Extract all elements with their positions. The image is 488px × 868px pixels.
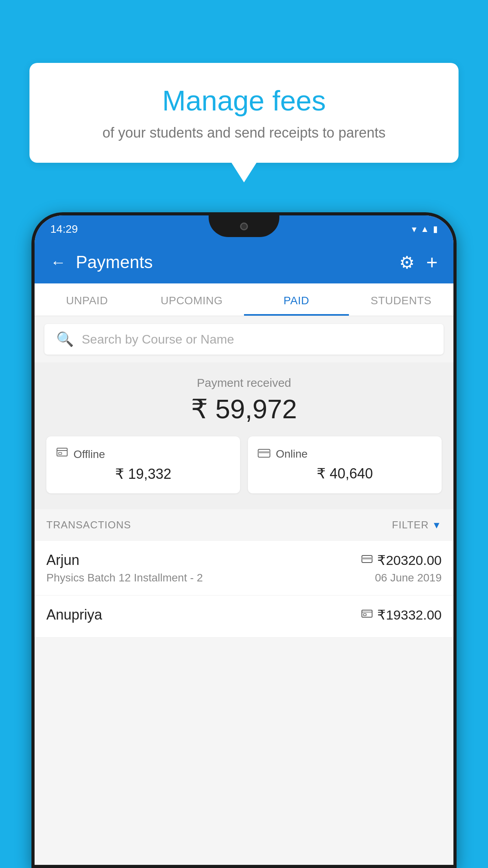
app-header: ← Payments ⚙ +: [35, 243, 453, 283]
transaction-bottom: Physics Batch 12 Installment - 2 06 June…: [46, 572, 442, 584]
payment-summary: Payment received ₹ 59,972: [35, 362, 453, 509]
offline-amount: ₹ 19,332: [56, 466, 230, 482]
phone-inner: 14:29 ▾ ▲ ▮ ← Payments: [35, 215, 453, 865]
card-payment-icon: [361, 554, 372, 566]
transaction-row[interactable]: Anupriya ₹19332.00: [35, 596, 453, 638]
tab-students[interactable]: STUDENTS: [349, 283, 454, 316]
transaction-amount: ₹19332.00: [377, 607, 442, 623]
header-right: ⚙ +: [399, 251, 438, 274]
svg-rect-9: [363, 614, 366, 616]
svg-rect-2: [59, 452, 62, 454]
transaction-name: Arjun: [46, 552, 79, 568]
tab-unpaid[interactable]: UNPAID: [35, 283, 139, 316]
offline-icon: [56, 447, 68, 461]
online-icon: [258, 447, 270, 461]
payment-cards: Offline ₹ 19,332: [46, 436, 442, 493]
wifi-icon: ▾: [412, 224, 416, 235]
speech-bubble-container: Manage fees of your students and send re…: [29, 63, 459, 163]
offline-card-header: Offline: [56, 447, 230, 461]
page-title: Payments: [76, 252, 153, 272]
offline-label: Offline: [73, 448, 105, 461]
bubble-subtitle: of your students and send receipts to pa…: [53, 125, 435, 141]
svg-rect-4: [258, 451, 270, 453]
transaction-name: Anupriya: [46, 607, 102, 623]
search-container: 🔍 Search by Course or Name: [35, 316, 453, 362]
transactions-label: TRANSACTIONS: [46, 519, 131, 531]
header-left: ← Payments: [50, 252, 153, 272]
add-button[interactable]: +: [426, 251, 438, 274]
offline-card: Offline ₹ 19,332: [46, 436, 240, 493]
online-card-header: Online: [258, 447, 432, 461]
settings-icon[interactable]: ⚙: [399, 252, 415, 272]
payment-total-amount: ₹ 59,972: [46, 394, 442, 425]
battery-icon: ▮: [433, 224, 438, 234]
notch: [209, 215, 279, 237]
svg-rect-6: [362, 557, 372, 559]
transaction-row[interactable]: Arjun ₹20320.00 Physics Batch 12 Install…: [35, 541, 453, 596]
transaction-amount-wrap: ₹19332.00: [361, 607, 442, 623]
transaction-date: 06 June 2019: [375, 572, 442, 584]
transactions-header: TRANSACTIONS FILTER ▼: [35, 509, 453, 541]
filter-button[interactable]: FILTER ▼: [392, 519, 442, 531]
speech-bubble: Manage fees of your students and send re…: [29, 63, 459, 163]
status-icons: ▾ ▲ ▮: [412, 224, 438, 235]
transaction-top: Arjun ₹20320.00: [46, 552, 442, 568]
cash-payment-icon: [361, 609, 372, 621]
search-input[interactable]: Search by Course or Name: [82, 332, 234, 347]
background: Manage fees of your students and send re…: [0, 0, 488, 868]
transaction-top: Anupriya ₹19332.00: [46, 607, 442, 623]
svg-rect-0: [57, 448, 67, 456]
transaction-course: Physics Batch 12 Installment - 2: [46, 572, 203, 584]
phone-frame: 14:29 ▾ ▲ ▮ ← Payments: [31, 212, 457, 868]
status-time: 14:29: [50, 223, 78, 235]
transaction-amount-wrap: ₹20320.00: [361, 552, 442, 568]
transaction-amount: ₹20320.00: [377, 552, 442, 568]
camera: [240, 223, 248, 230]
online-amount: ₹ 40,640: [258, 465, 432, 482]
bubble-title: Manage fees: [53, 85, 435, 117]
status-bar: 14:29 ▾ ▲ ▮: [35, 215, 453, 243]
signal-icon: ▲: [420, 224, 429, 234]
payment-received-label: Payment received: [46, 376, 442, 390]
back-button[interactable]: ←: [50, 254, 66, 270]
tabs-bar: UNPAID UPCOMING PAID STUDENTS: [35, 283, 453, 316]
online-label: Online: [276, 448, 308, 460]
search-icon: 🔍: [56, 331, 74, 348]
tab-paid[interactable]: PAID: [244, 283, 349, 316]
tab-upcoming[interactable]: UPCOMING: [139, 283, 244, 316]
filter-icon: ▼: [432, 520, 442, 531]
online-card: Online ₹ 40,640: [248, 436, 442, 493]
search-bar[interactable]: 🔍 Search by Course or Name: [44, 324, 444, 355]
